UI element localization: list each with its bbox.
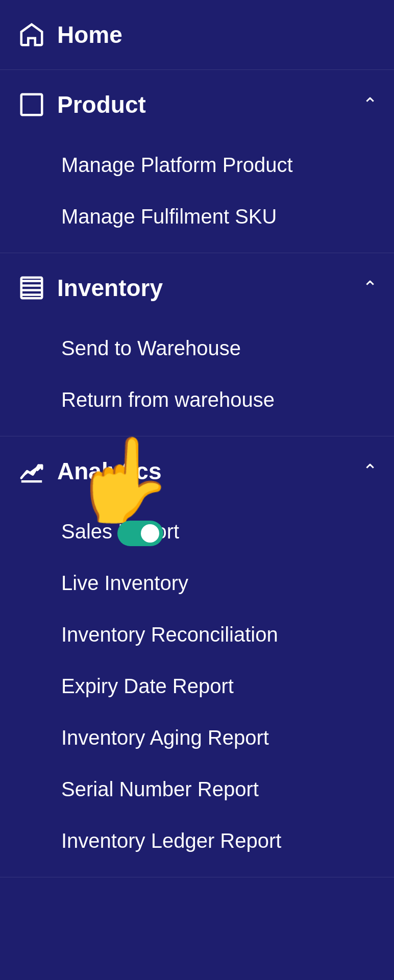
home-label: Home [57,21,378,48]
nav-section-home: Home [0,0,394,70]
nav-section-product: Product ⌃ Manage Platform Product Manage… [0,70,394,253]
product-chevron-icon: ⌃ [362,94,378,115]
sidebar-item-expiry-date-report[interactable]: Expiry Date Report [0,660,394,712]
sidebar-item-inventory-ledger-report[interactable]: Inventory Ledger Report [0,815,394,867]
product-icon [16,89,47,120]
analytics-chevron-icon: ⌃ [362,460,378,482]
sidebar-item-live-inventory[interactable]: Live Inventory [0,557,394,609]
svg-rect-0 [21,94,42,115]
sidebar-item-inventory-aging-report[interactable]: Inventory Aging Report [0,712,394,764]
sidebar: Home Product ⌃ Manage Platform Product M… [0,0,394,980]
inventory-sub-items: Send to Warehouse Return from warehouse [0,323,394,436]
nav-section-analytics: Analytics ⌃ Sales Report Live Inventory … [0,436,394,877]
sidebar-item-manage-platform-product[interactable]: Manage Platform Product [0,139,394,191]
analytics-sub-items: Sales Report Live Inventory Inventory Re… [0,506,394,877]
product-nav-item[interactable]: Product ⌃ [0,70,394,139]
product-sub-items: Manage Platform Product Manage Fulfilmen… [0,139,394,253]
sidebar-item-serial-number-report[interactable]: Serial Number Report [0,764,394,815]
inventory-label: Inventory [57,274,362,302]
sidebar-item-manage-fulfilment-sku[interactable]: Manage Fulfilment SKU [0,191,394,242]
sidebar-item-inventory-reconciliation[interactable]: Inventory Reconciliation [0,609,394,660]
home-nav-item[interactable]: Home [0,0,394,69]
sidebar-item-send-to-warehouse[interactable]: Send to Warehouse [0,323,394,374]
home-icon [16,19,47,50]
analytics-label: Analytics [57,457,362,485]
inventory-icon [16,273,47,303]
nav-section-inventory: Inventory ⌃ Send to Warehouse Return fro… [0,253,394,436]
analytics-nav-item[interactable]: Analytics ⌃ [0,436,394,506]
product-label: Product [57,91,362,118]
sidebar-item-return-from-warehouse[interactable]: Return from warehouse [0,374,394,426]
inventory-chevron-icon: ⌃ [362,277,378,299]
sidebar-item-sales-report[interactable]: Sales Report [0,506,394,557]
analytics-icon [16,456,47,486]
inventory-nav-item[interactable]: Inventory ⌃ [0,253,394,323]
